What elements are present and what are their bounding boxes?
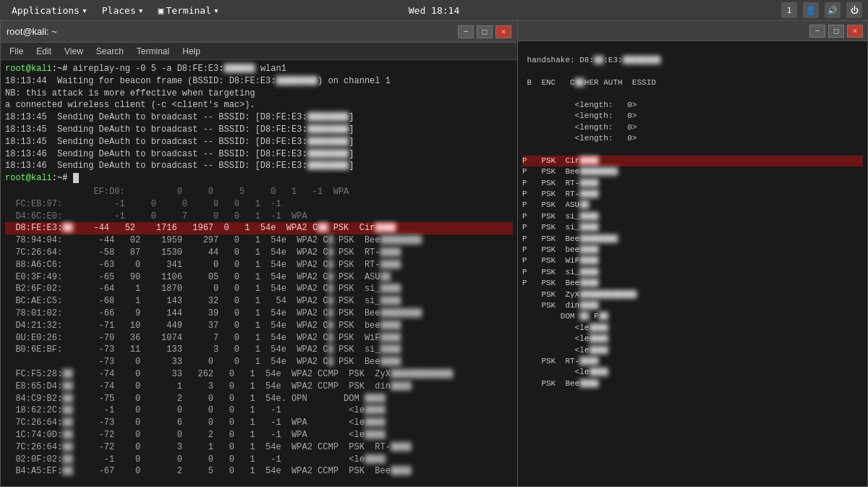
menu-view[interactable]: View xyxy=(59,45,89,58)
close-button-left[interactable]: × xyxy=(495,25,511,38)
desktop: root@kali: ~ − □ × File Edit View Search… xyxy=(0,20,868,487)
menu-file[interactable]: File xyxy=(4,45,29,58)
power-icon[interactable]: ⏻ xyxy=(846,2,862,18)
terminal-icon-small: ▣ xyxy=(158,5,164,16)
close-button-right[interactable]: × xyxy=(847,25,863,38)
workspace-indicator[interactable]: 1 xyxy=(781,2,797,18)
minimize-button-right[interactable]: − xyxy=(809,25,825,38)
terminal-title-left: root@kali: ~ xyxy=(7,26,57,37)
terminal-label: Terminal xyxy=(166,5,211,16)
maximize-button-right[interactable]: □ xyxy=(828,25,844,38)
window-controls-right: − □ × xyxy=(809,25,863,38)
window-controls-left: − □ × xyxy=(458,25,511,38)
places-arrow: ▾ xyxy=(138,5,144,16)
maximize-button-left[interactable]: □ xyxy=(477,25,493,38)
applications-arrow: ▾ xyxy=(82,5,88,16)
minimize-button-left[interactable]: − xyxy=(458,25,474,38)
menu-search[interactable]: Search xyxy=(90,45,129,58)
menu-edit[interactable]: Edit xyxy=(30,45,57,58)
terminal-window-right: − □ × handshake: D8:██:E3:████████ B ENC… xyxy=(518,20,868,487)
applications-label: Applications xyxy=(12,5,80,16)
terminal-titlebar-left: root@kali: ~ − □ × xyxy=(1,21,517,43)
terminal-menu-bar: File Edit View Search Terminal Help xyxy=(1,43,517,60)
top-bar: Applications ▾ Places ▾ ▣ Terminal ▾ Wed… xyxy=(0,0,868,20)
top-bar-left: Applications ▾ Places ▾ ▣ Terminal ▾ xyxy=(6,3,225,18)
applications-menu[interactable]: Applications ▾ xyxy=(6,3,93,18)
user-icon: 👤 xyxy=(803,2,819,18)
menu-terminal[interactable]: Terminal xyxy=(131,45,175,58)
volume-icon: 🔊 xyxy=(825,2,841,18)
terminal-titlebar-right: − □ × xyxy=(518,21,867,41)
terminal-arrow: ▾ xyxy=(213,5,219,16)
terminal-menu[interactable]: ▣ Terminal ▾ xyxy=(153,3,225,18)
terminal-output-right[interactable]: handshake: D8:██:E3:████████ B ENC C██HE… xyxy=(518,41,867,486)
terminal-output-left[interactable]: root@kali:~# aireplay-ng -0 5 -a D8:FE:E… xyxy=(1,60,517,486)
clock: Wed 18:14 xyxy=(409,5,459,16)
terminal-window-left: root@kali: ~ − □ × File Edit View Search… xyxy=(0,20,518,487)
datetime-display: Wed 18:14 xyxy=(409,5,459,16)
places-label: Places xyxy=(102,5,136,16)
menu-help[interactable]: Help xyxy=(176,45,206,58)
system-tray: 1 👤 🔊 ⏻ xyxy=(781,2,862,18)
places-menu[interactable]: Places ▾ xyxy=(96,3,150,18)
